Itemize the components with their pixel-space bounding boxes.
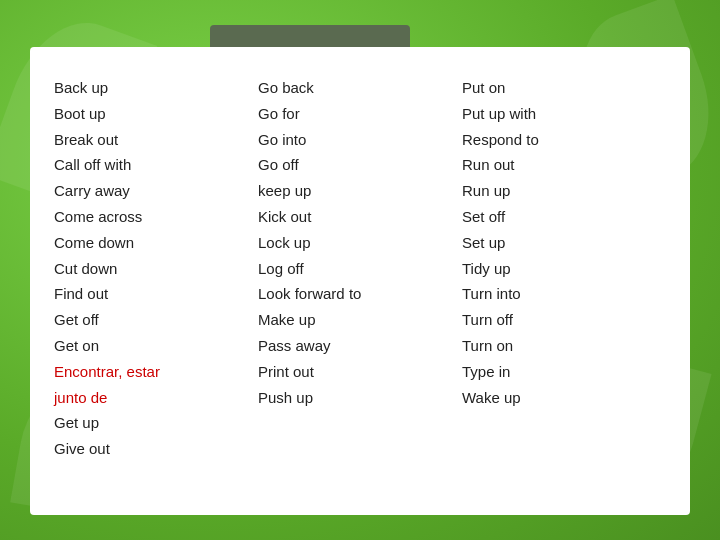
phrase-item: Print out [258, 359, 462, 385]
phrase-item: Back up [54, 75, 258, 101]
phrase-item: Pass away [258, 333, 462, 359]
phrase-item: Turn into [462, 281, 666, 307]
phrase-item: Get on [54, 333, 258, 359]
phrase-item: Turn off [462, 307, 666, 333]
phrase-item: Break out [54, 127, 258, 153]
column-2: Go backGo forGo intoGo offkeep upKick ou… [258, 75, 462, 495]
column-3: Put onPut up withRespond toRun outRun up… [462, 75, 666, 495]
card-wrapper: Back upBoot upBreak outCall off withCarr… [30, 25, 690, 515]
phrase-item: Put up with [462, 101, 666, 127]
phrase-item: junto de [54, 385, 258, 411]
phrase-item: Find out [54, 281, 258, 307]
phrase-item: Go into [258, 127, 462, 153]
phrase-item: Get up [54, 410, 258, 436]
phrase-item: Kick out [258, 204, 462, 230]
phrase-item: Give out [54, 436, 258, 462]
phrase-item: Go for [258, 101, 462, 127]
phrase-item: Respond to [462, 127, 666, 153]
phrase-item: Lock up [258, 230, 462, 256]
phrase-item: Push up [258, 385, 462, 411]
phrase-item: Run out [462, 152, 666, 178]
phrase-item: Boot up [54, 101, 258, 127]
phrase-item: Cut down [54, 256, 258, 282]
phrase-item: Come down [54, 230, 258, 256]
phrase-item: Set off [462, 204, 666, 230]
phrase-item: Get off [54, 307, 258, 333]
column-1: Back upBoot upBreak outCall off withCarr… [54, 75, 258, 495]
phrase-item: Look forward to [258, 281, 462, 307]
phrase-item: Wake up [462, 385, 666, 411]
phrase-item: Come across [54, 204, 258, 230]
phrase-item: Call off with [54, 152, 258, 178]
main-card: Back upBoot upBreak outCall off withCarr… [30, 47, 690, 515]
phrase-item: Go back [258, 75, 462, 101]
phrase-item: Run up [462, 178, 666, 204]
phrase-item: Type in [462, 359, 666, 385]
phrase-item: Log off [258, 256, 462, 282]
phrase-item: Tidy up [462, 256, 666, 282]
phrase-item: keep up [258, 178, 462, 204]
phrase-item: Turn on [462, 333, 666, 359]
phrase-item: Go off [258, 152, 462, 178]
phrase-item: Set up [462, 230, 666, 256]
phrase-item: Carry away [54, 178, 258, 204]
phrase-item: Encontrar, estar [54, 359, 258, 385]
phrase-item: Put on [462, 75, 666, 101]
phrase-item: Make up [258, 307, 462, 333]
